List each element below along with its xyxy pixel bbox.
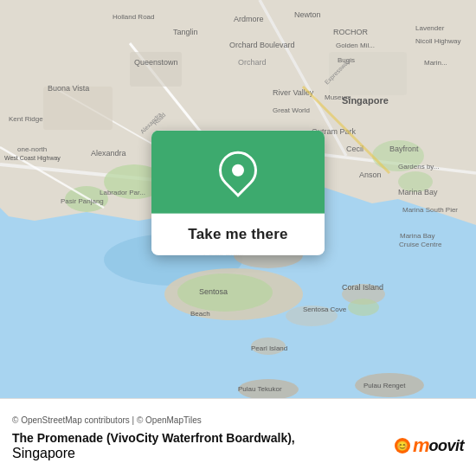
svg-text:Bayfront: Bayfront xyxy=(389,145,419,153)
svg-text:Coral Island: Coral Island xyxy=(342,283,383,292)
location-subname: Singapore xyxy=(12,446,75,460)
location-name: The Promenade (VivoCity Waterfront Board… xyxy=(12,431,295,445)
svg-text:Nicoll Highway: Nicoll Highway xyxy=(415,37,460,45)
svg-text:Orchard: Orchard xyxy=(238,58,267,67)
location-card: Take me there xyxy=(151,131,325,255)
moovit-m-letter: m xyxy=(413,434,429,457)
svg-text:ROCHOR: ROCHOR xyxy=(333,28,368,36)
svg-text:Gardens by...: Gardens by... xyxy=(398,163,439,170)
svg-text:Marina Bay: Marina Bay xyxy=(398,188,438,196)
svg-text:Pulau Tekukor: Pulau Tekukor xyxy=(238,385,282,393)
moovit-logo: 😊 moovit xyxy=(395,434,464,457)
svg-text:Pearl Island: Pearl Island xyxy=(251,344,287,352)
svg-text:Museum: Museum xyxy=(325,93,351,101)
svg-text:Lavender: Lavender xyxy=(415,24,445,32)
svg-text:Holland Road: Holland Road xyxy=(113,13,154,21)
svg-rect-9 xyxy=(43,87,113,130)
svg-text:Marina South Pier: Marina South Pier xyxy=(402,206,458,214)
location-info-row: The Promenade (VivoCity Waterfront Board… xyxy=(12,430,464,461)
svg-text:West Coast Highway: West Coast Highway xyxy=(4,155,61,162)
map-area: Buona Vista one-north Kent Ridge West Co… xyxy=(0,0,476,398)
svg-text:Pulau Renget: Pulau Renget xyxy=(363,382,406,389)
svg-text:Buona Vista: Buona Vista xyxy=(48,84,89,93)
location-name-block: The Promenade (VivoCity Waterfront Board… xyxy=(12,430,295,461)
svg-text:Labrador Par...: Labrador Par... xyxy=(100,189,145,196)
svg-text:Orchard Boulevard: Orchard Boulevard xyxy=(229,41,295,49)
svg-rect-10 xyxy=(130,52,182,87)
svg-text:Kent Ridge: Kent Ridge xyxy=(9,115,43,123)
moovit-mascot-icon: 😊 xyxy=(395,438,410,453)
svg-text:Sentosa: Sentosa xyxy=(199,287,228,296)
svg-text:Great World: Great World xyxy=(273,106,310,114)
svg-text:Tanglin: Tanglin xyxy=(173,28,198,36)
svg-text:Queenstown: Queenstown xyxy=(134,58,178,67)
moovit-text: oovit xyxy=(429,437,465,455)
bottom-bar: © OpenStreetMap contributors | © OpenMap… xyxy=(0,398,476,476)
svg-text:Alexandra: Alexandra xyxy=(91,149,126,158)
svg-text:Beach: Beach xyxy=(190,310,210,318)
svg-point-22 xyxy=(348,299,379,316)
svg-text:Cruise Centre: Cruise Centre xyxy=(399,241,442,248)
take-me-there-button[interactable]: Take me there xyxy=(151,214,325,255)
svg-text:one-north: one-north xyxy=(17,145,47,153)
svg-text:Golden Mil...: Golden Mil... xyxy=(336,42,375,49)
svg-text:Sentosa Cove: Sentosa Cove xyxy=(303,306,347,313)
location-pin-icon xyxy=(219,151,257,196)
svg-text:Marina Bay: Marina Bay xyxy=(400,232,434,240)
svg-text:Ardmore: Ardmore xyxy=(234,15,264,23)
map-attribution: © OpenStreetMap contributors | © OpenMap… xyxy=(12,415,464,425)
card-header xyxy=(151,131,325,214)
svg-text:Marin...: Marin... xyxy=(424,59,447,67)
svg-text:Pasir Panjang: Pasir Panjang xyxy=(61,197,104,205)
moovit-face: 😊 xyxy=(396,441,408,451)
svg-text:Newton: Newton xyxy=(294,10,321,19)
svg-text:Anson: Anson xyxy=(359,170,382,179)
